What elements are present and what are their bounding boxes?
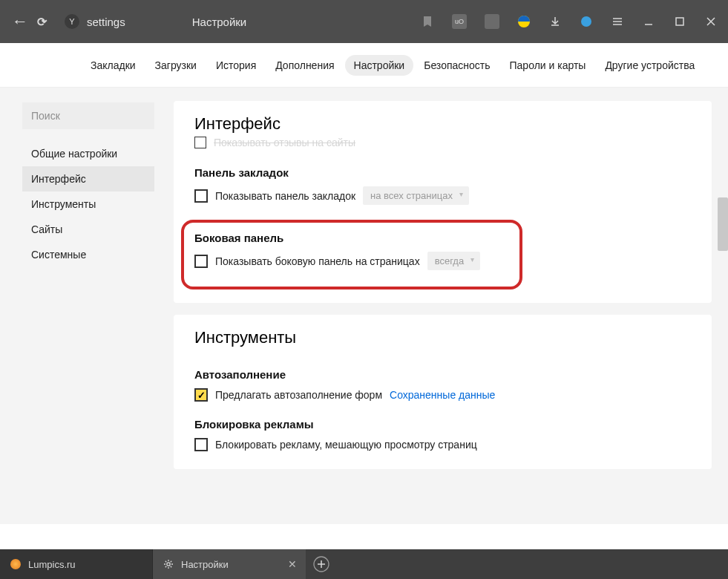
reload-button[interactable]: ⟳ (37, 15, 47, 29)
cutoff-row: Показывать отзывы на сайты (194, 137, 691, 148)
section-adblock-title: Блокировка рекламы (194, 418, 691, 431)
browser-tab-lumpics[interactable]: Lumpics.ru (0, 549, 153, 579)
browser-tab-settings[interactable]: Настройки ✕ (153, 549, 306, 579)
settings-sidebar: Общие настройки Интерфейс Инструменты Са… (0, 88, 174, 524)
browser-tab-lumpics-label: Lumpics.ru (28, 559, 76, 570)
cutoff-label: Показывать отзывы на сайты (214, 137, 355, 148)
toolbar-right: uO (421, 14, 718, 29)
card-interface-heading: Интерфейс (194, 101, 691, 138)
svg-point-1 (581, 16, 591, 27)
favicon-lumpics (10, 559, 21, 569)
select-side-panel-scope[interactable]: всегда (427, 252, 480, 270)
lastfm-extension-icon[interactable] (485, 14, 499, 29)
settings-top-nav: Закладки Загрузки История Дополнения Нас… (0, 43, 728, 88)
content-area: Общие настройки Интерфейс Инструменты Са… (0, 88, 728, 524)
site-icon: Y (65, 14, 79, 29)
sidebar-item-interface[interactable]: Интерфейс (22, 166, 154, 192)
checkbox-show-bookmarks[interactable] (194, 189, 208, 203)
row-show-side-panel: Показывать боковую панель на страницах в… (194, 252, 506, 270)
sidebar-item-general[interactable]: Общие настройки (22, 141, 154, 166)
select-bookmarks-scope[interactable]: на всех страницах (363, 186, 469, 205)
back-button[interactable]: ← (12, 12, 28, 31)
close-button[interactable] (704, 15, 718, 28)
tab-other-devices[interactable]: Другие устройства (596, 55, 704, 76)
scrollbar[interactable] (718, 197, 728, 251)
tab-history[interactable]: История (207, 55, 265, 76)
tab-settings[interactable]: Настройки (345, 55, 414, 76)
downloads-icon[interactable] (548, 15, 562, 28)
bookmark-icon[interactable] (421, 15, 434, 28)
address-bar[interactable]: Y settings (65, 14, 125, 29)
row-autofill: Предлагать автозаполнение форм Сохраненн… (194, 388, 691, 402)
svg-rect-2 (676, 18, 683, 25)
close-tab-icon[interactable]: ✕ (288, 558, 297, 570)
gear-icon (163, 559, 174, 569)
card-tools-heading: Инструменты (194, 315, 691, 352)
browser-tab-strip: Lumpics.ru Настройки ✕ (0, 549, 728, 579)
section-side-panel-title: Боковая панель (194, 232, 506, 244)
ublock-extension-icon[interactable]: uO (452, 14, 467, 29)
profile-icon[interactable] (580, 15, 593, 28)
label-block-intrusive: Блокировать рекламу, мешающую просмотру … (215, 439, 477, 451)
minimize-button[interactable] (642, 15, 655, 28)
checkbox-show-side-panel[interactable] (194, 255, 208, 268)
page-title: Настройки (192, 16, 247, 28)
row-show-bookmarks: Показывать панель закладок на всех стран… (194, 186, 691, 205)
checkbox-block-intrusive[interactable] (194, 438, 208, 451)
settings-main: Интерфейс Показывать отзывы на сайты Пан… (174, 88, 728, 524)
tab-security[interactable]: Безопасность (415, 55, 499, 76)
sidebar-item-system[interactable]: Системные (22, 242, 154, 267)
label-show-bookmarks: Показывать панель закладок (215, 190, 355, 202)
maximize-button[interactable] (673, 15, 686, 28)
section-autofill-title: Автозаполнение (194, 368, 691, 381)
row-block-intrusive: Блокировать рекламу, мешающую просмотру … (194, 438, 691, 451)
cutoff-checkbox[interactable] (194, 137, 206, 148)
browser-toolbar: ← ⟳ Y settings Настройки uO (0, 0, 728, 43)
highlighted-side-panel-section: Боковая панель Показывать боковую панель… (181, 220, 522, 290)
card-tools: Инструменты Автозаполнение Предлагать ав… (174, 315, 712, 469)
section-bookmarks-title: Панель закладок (194, 166, 691, 179)
ukraine-flag-icon[interactable] (517, 15, 531, 28)
new-tab-button[interactable] (306, 549, 337, 579)
tab-passwords[interactable]: Пароли и карты (501, 55, 595, 76)
svg-point-3 (167, 563, 170, 566)
address-url: settings (87, 16, 125, 28)
search-input[interactable] (22, 102, 154, 129)
browser-tab-settings-label: Настройки (181, 559, 229, 570)
sidebar-item-tools[interactable]: Инструменты (22, 192, 154, 217)
link-saved-data[interactable]: Сохраненные данные (390, 389, 495, 401)
tab-downloads[interactable]: Загрузки (146, 55, 206, 76)
card-interface: Интерфейс Показывать отзывы на сайты Пан… (174, 101, 712, 303)
label-show-side-panel: Показывать боковую панель на страницах (215, 255, 420, 267)
tab-bookmarks[interactable]: Закладки (82, 55, 145, 76)
tab-extensions[interactable]: Дополнения (266, 55, 343, 76)
label-autofill: Предлагать автозаполнение форм (215, 389, 382, 401)
sidebar-item-sites[interactable]: Сайты (22, 217, 154, 242)
menu-icon[interactable] (611, 15, 624, 28)
checkbox-autofill[interactable] (194, 388, 208, 402)
